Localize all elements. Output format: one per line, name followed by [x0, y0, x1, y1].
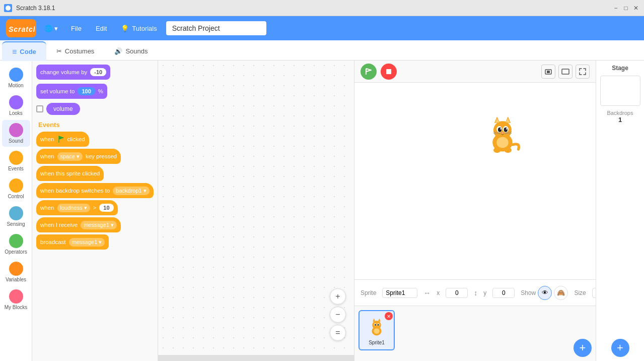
x-label: x: [437, 289, 440, 296]
code-icon: ≡: [12, 47, 17, 56]
sprite-name-input[interactable]: [382, 288, 417, 298]
block-volume-oval[interactable]: volume: [46, 103, 80, 115]
key-dropdown[interactable]: space ▾: [57, 152, 83, 161]
sensing-circle: [9, 206, 23, 220]
large-stage-button[interactable]: [558, 65, 573, 79]
window-controls: − □ ✕: [612, 4, 640, 12]
svg-point-14: [498, 128, 502, 132]
block-when-flag-clicked[interactable]: when clicked: [36, 132, 89, 147]
events-section-title: Events: [36, 121, 154, 129]
maximize-button[interactable]: □: [622, 4, 630, 12]
tab-sounds-label: Sounds: [125, 47, 148, 55]
tutorials-button[interactable]: 💡 Tutorials: [116, 23, 162, 34]
block-when-loudness[interactable]: when loudness ▾ > 10: [36, 200, 118, 215]
tab-sounds[interactable]: 🔊 Sounds: [104, 41, 158, 61]
tab-code[interactable]: ≡ Code: [2, 41, 46, 61]
volume-checkbox[interactable]: [36, 105, 43, 112]
sidebar-item-motion[interactable]: Motion: [2, 65, 30, 91]
stage-canvas: [354, 83, 596, 279]
add-backdrop-button[interactable]: +: [611, 339, 629, 357]
menu-bar: Scratch 🌐 ▾ File Edit 💡 Tutorials: [0, 16, 644, 40]
block-set-volume[interactable]: set volume to 100 %: [36, 84, 107, 99]
block-when-sprite-clicked[interactable]: when this sprite clicked: [36, 166, 104, 181]
language-selector[interactable]: 🌐 ▾: [40, 23, 62, 34]
block-when-backdrop[interactable]: when backdrop switches to backdrop1 ▾: [36, 183, 154, 198]
loudness-dropdown[interactable]: loudness ▾: [57, 204, 90, 212]
zoom-in-button[interactable]: +: [330, 288, 346, 305]
block-change-volume[interactable]: change volume by -10: [36, 65, 110, 80]
sidebar-item-looks[interactable]: Looks: [2, 92, 30, 119]
sidebar-item-myblocks[interactable]: My Blocks: [2, 286, 30, 313]
minimize-button[interactable]: −: [612, 4, 620, 12]
app-icon: [4, 4, 12, 12]
block-when-key-pressed[interactable]: when space ▾ key pressed: [36, 149, 121, 164]
add-sprite-button[interactable]: +: [574, 339, 592, 357]
stage-section-label: Stage: [612, 65, 628, 72]
sprite-list: ✕ Sprit: [354, 306, 569, 361]
size-label: Size: [574, 289, 586, 296]
sprite-delete-button[interactable]: ✕: [385, 312, 393, 320]
looks-circle: [9, 95, 23, 109]
looks-label: Looks: [9, 110, 23, 116]
svg-point-18: [502, 132, 504, 134]
project-title-input[interactable]: [166, 21, 266, 35]
script-area[interactable]: + − =: [158, 61, 354, 361]
sidebar-item-operators[interactable]: Operators: [2, 231, 30, 258]
file-menu[interactable]: File: [66, 23, 87, 34]
chevron-icon: ▾: [54, 25, 58, 32]
stop-button[interactable]: [381, 64, 397, 80]
sidebar-item-sound[interactable]: Sound: [2, 120, 30, 147]
costumes-icon: ✂: [56, 47, 62, 55]
flag-icon: [57, 136, 64, 143]
tab-costumes-label: Costumes: [65, 47, 95, 55]
svg-point-7: [493, 121, 512, 139]
sprite-cat: [480, 113, 525, 158]
sprite-info-bar: Sprite ↔ x ↕ y Show 👁 🙈 Size Direction: [354, 279, 596, 306]
backdrop-dropdown[interactable]: backdrop1 ▾: [113, 187, 149, 195]
svg-rect-2: [386, 69, 391, 74]
sprite-thumb-sprite1[interactable]: ✕ Sprit: [359, 310, 395, 350]
svg-text:Scratch: Scratch: [9, 25, 35, 33]
zoom-out-button[interactable]: −: [330, 307, 346, 323]
close-button[interactable]: ✕: [632, 4, 640, 12]
stage-sidebar: Stage Backdrops 1 +: [596, 61, 644, 361]
sprite-thumb-name: Sprite1: [369, 340, 385, 345]
receive-dropdown[interactable]: message1 ▾: [81, 221, 117, 229]
show-label: Show: [521, 289, 536, 296]
sidebar-item-sensing[interactable]: Sensing: [2, 203, 30, 230]
show-hidden-button[interactable]: 🙈: [554, 286, 568, 300]
motion-label: Motion: [8, 83, 23, 88]
variables-label: Variables: [6, 277, 26, 282]
sidebar-item-control[interactable]: Control: [2, 175, 30, 202]
sidebar: Motion Looks Sound Events Control Sensin…: [0, 61, 32, 361]
tab-costumes[interactable]: ✂ Costumes: [46, 41, 105, 61]
tutorials-label: Tutorials: [132, 25, 157, 32]
svg-point-27: [372, 320, 381, 329]
right-panel: Sprite ↔ x ↕ y Show 👁 🙈 Size Direction ✕: [354, 61, 596, 361]
broadcast-dropdown[interactable]: message1 ▾: [69, 238, 105, 247]
sound-circle: [9, 123, 23, 137]
svg-point-32: [375, 324, 376, 326]
edit-menu[interactable]: Edit: [91, 23, 112, 34]
fullscreen-button[interactable]: [576, 65, 590, 79]
block-broadcast[interactable]: broadcast message1 ▾: [36, 234, 109, 250]
small-stage-button[interactable]: [541, 65, 555, 79]
y-input[interactable]: [492, 288, 515, 298]
zoom-reset-button[interactable]: =: [330, 325, 346, 341]
green-flag-button[interactable]: [361, 64, 377, 80]
horizontal-scrollbar[interactable]: [158, 355, 354, 361]
app-title: Scratch 3.18.1: [16, 5, 55, 12]
svg-point-23: [493, 147, 500, 153]
myblocks-label: My Blocks: [5, 305, 28, 310]
block-when-receive[interactable]: when I receive message1 ▾: [36, 217, 121, 232]
x-input[interactable]: [446, 288, 468, 298]
show-visible-button[interactable]: 👁: [538, 286, 552, 300]
motion-circle: [9, 68, 23, 82]
sidebar-item-variables[interactable]: Variables: [2, 259, 30, 285]
scratch-logo: Scratch: [6, 19, 36, 37]
show-toggle: Show 👁 🙈: [521, 286, 568, 300]
sidebar-item-events[interactable]: Events: [2, 148, 30, 174]
stage-thumbnail: [600, 76, 640, 106]
svg-point-33: [378, 324, 379, 326]
sound-label: Sound: [9, 138, 23, 144]
